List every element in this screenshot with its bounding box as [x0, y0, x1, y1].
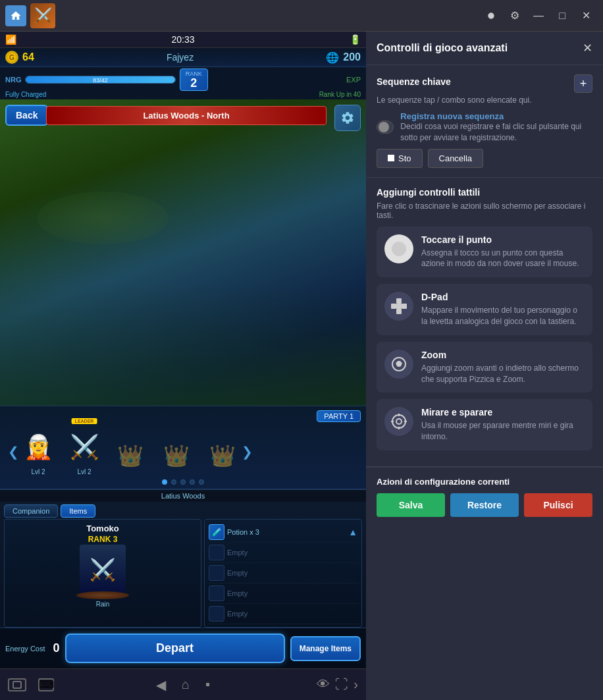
tactile-title: Aggiungi controlli tattili — [377, 187, 592, 198]
party-dot-5 — [199, 479, 204, 485]
dpad-desc: Mappare il movimento del tuo personaggio… — [421, 305, 585, 327]
char-sprite-2[interactable]: ⚔️ — [68, 427, 101, 467]
sto-button[interactable]: Sto — [377, 149, 423, 168]
svg-rect-6 — [396, 304, 402, 309]
item-icon-1: 🧪 — [209, 524, 224, 540]
party-header: PARTY 1 — [5, 410, 361, 422]
svg-point-8 — [397, 362, 401, 366]
svg-rect-1 — [13, 682, 21, 688]
control-dpad-info: D-Pad Mappare il movimento del tuo perso… — [421, 292, 585, 327]
party-dot-1 — [162, 479, 167, 485]
exp-section: EXP — [212, 76, 361, 84]
panel-header: Controlli di gioco avanzati ✕ — [366, 32, 603, 65]
item-name-1: Potion x 3 — [227, 528, 346, 536]
nav-eye-btn[interactable]: 👁 — [317, 677, 330, 692]
dpad-icon — [384, 292, 413, 321]
item-empty-icon-4 — [209, 585, 224, 601]
crown-slot-3[interactable]: 👑 — [206, 436, 239, 475]
game-panel: 📶 20:33 🔋 G 64 Fajyez 🌐 200 NRG 83/42 RA… — [0, 32, 366, 700]
crown-slot-1[interactable]: 👑 — [114, 436, 147, 475]
maximize-btn[interactable]: □ — [550, 7, 574, 25]
toggle-knob — [379, 122, 389, 132]
home-icon[interactable] — [5, 5, 26, 26]
item-empty-2: Empty — [227, 549, 248, 556]
charged-text: Fully Charged — [5, 91, 46, 98]
companion-name: Tomoko — [9, 524, 197, 533]
nrg-label: NRG — [5, 76, 21, 84]
svg-point-9 — [392, 415, 406, 428]
svg-rect-5 — [402, 304, 407, 309]
control-zoom-info: Zoom Aggiungi zoom avanti o indietro all… — [421, 350, 585, 385]
nav-more-btn[interactable]: › — [354, 677, 358, 692]
control-card-touch: Toccare il punto Assegna il tocco su un … — [377, 227, 592, 278]
sto-label: Sto — [398, 153, 411, 163]
touch-title: Toccare il punto — [421, 234, 585, 245]
char-slot-2: LEADER ⚔️ Lvl 2 — [68, 427, 101, 475]
nav-home-btn[interactable]: ⌂ — [182, 677, 190, 692]
party-next-btn[interactable]: ❯ — [239, 441, 255, 462]
companion-rank: RANK 3 — [9, 535, 197, 544]
tactile-subtitle: Fare clic o trascinare le azioni sullo s… — [377, 202, 592, 220]
dpad-title: D-Pad — [421, 292, 585, 302]
back-button[interactable]: Back — [5, 105, 48, 126]
nav-back-btn[interactable]: ◀ — [156, 677, 166, 693]
energy-value: 0 — [53, 641, 60, 655]
item-row-2: Empty — [207, 543, 359, 563]
add-sequence-btn[interactable]: + — [574, 74, 592, 93]
pulisci-button[interactable]: Pulisci — [524, 493, 592, 517]
nav-screenshot-btn[interactable] — [8, 678, 26, 691]
wifi-icon: 📶 — [5, 34, 16, 45]
companion-base — [76, 591, 129, 599]
tab-row: Companion Items — [0, 502, 366, 519]
party-prev-btn[interactable]: ❮ — [5, 441, 22, 462]
recording-desc: Decidi cosa vuoi registrare e fai clic s… — [400, 121, 592, 144]
items-tab[interactable]: Items — [61, 504, 95, 518]
nav-keyboard-btn[interactable]: ⌨ — [38, 678, 54, 691]
party-dot-3 — [180, 479, 186, 485]
sequences-title: Sequenze chiave — [377, 76, 451, 87]
scroll-btn-1[interactable]: ▲ — [348, 527, 357, 537]
toggle-switch[interactable] — [377, 121, 394, 134]
cancella-button[interactable]: Cancella — [428, 149, 484, 168]
aim-title: Mirare e sparare — [421, 407, 585, 417]
salva-button[interactable]: Salva — [377, 493, 445, 517]
manage-items-button[interactable]: Manage Items — [290, 636, 361, 661]
control-card-zoom: Zoom Aggiungi zoom avanti o indietro all… — [377, 342, 592, 393]
charged-row: Fully Charged Rank Up in 40 — [0, 91, 366, 99]
item-row-3: Empty — [207, 563, 359, 583]
companion-tab[interactable]: Companion — [4, 504, 58, 518]
party-dots — [5, 479, 361, 485]
items-panel: 🧪 Potion x 3 ▲ Empty Empty — [204, 519, 362, 628]
nav-fullscreen-btn[interactable]: ⛶ — [335, 677, 348, 692]
touch-point-icon — [384, 234, 413, 263]
rankup-text: Rank Up in 40 — [319, 91, 361, 98]
item-empty-icon-5 — [209, 606, 224, 622]
settings-btn-titlebar[interactable]: ⚙ — [503, 7, 527, 25]
nav-icons: ◀ ⌂ ▪ — [156, 677, 210, 693]
stop-icon — [388, 155, 394, 161]
player-name: Fajyez — [38, 52, 323, 63]
close-btn[interactable]: ✕ — [574, 7, 598, 25]
restore-button[interactable]: Restore — [450, 493, 519, 517]
recording-link[interactable]: Registra nuova sequenza — [400, 111, 592, 121]
record-btn[interactable] — [479, 7, 503, 25]
footer-section: Azioni di configurazione correnti Salva … — [366, 467, 603, 526]
right-panel: Controlli di gioco avanzati ✕ Sequenze c… — [366, 32, 603, 700]
aim-icon — [384, 407, 413, 436]
rank-value: 2 — [186, 77, 202, 89]
zoom-desc: Aggiungi zoom avanti o indietro allo sch… — [421, 363, 585, 385]
minimize-btn[interactable]: — — [527, 7, 550, 25]
gold-coin-icon: G — [5, 51, 18, 64]
map-area: Back Latius Woods - North — [0, 99, 366, 406]
tactile-section: Aggiungi controlli tattili Fare clic o t… — [366, 178, 603, 467]
depart-button[interactable]: Depart — [65, 633, 285, 663]
char-sprite-1[interactable]: 🧝 — [22, 427, 55, 467]
map-settings-button[interactable] — [334, 105, 361, 131]
item-empty-4: Empty — [227, 589, 248, 597]
crown-slot-2[interactable]: 👑 — [160, 436, 193, 475]
main-layout: 📶 20:33 🔋 G 64 Fajyez 🌐 200 NRG 83/42 RA… — [0, 32, 603, 700]
nav-recents-btn[interactable]: ▪ — [205, 677, 210, 692]
location-banner: Latius Woods - North — [46, 106, 327, 125]
footer-title: Azioni di configurazione correnti — [377, 477, 592, 487]
panel-close-btn[interactable]: ✕ — [583, 41, 592, 55]
